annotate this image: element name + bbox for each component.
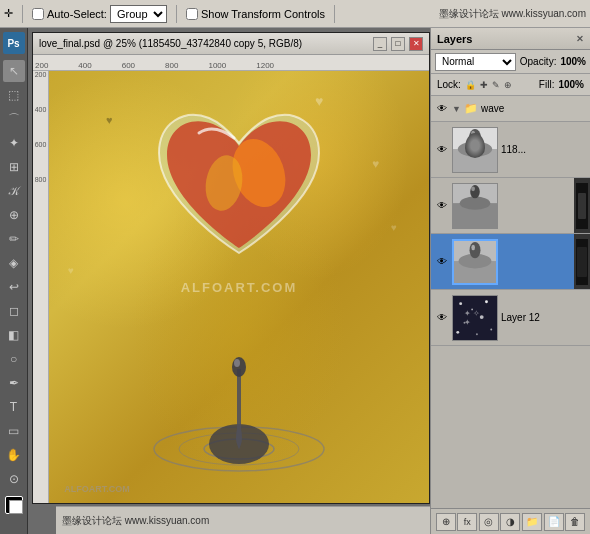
layer4-thumb (452, 295, 498, 341)
brush-tool[interactable]: ✏ (3, 228, 25, 250)
layer-item-1[interactable]: 👁 118... (431, 122, 590, 178)
selection-tool[interactable]: ⬚ (3, 84, 25, 106)
layer1-eye[interactable]: 👁 (435, 143, 449, 157)
svg-rect-19 (578, 193, 586, 219)
history-brush[interactable]: ↩ (3, 276, 25, 298)
healing-tool[interactable]: ⊕ (3, 204, 25, 226)
minimize-button[interactable]: _ (373, 37, 387, 51)
hand-tool[interactable]: ✋ (3, 444, 25, 466)
lock-icon[interactable]: 🔒 (465, 80, 476, 90)
bottom-bar-text: 墨缘设计论坛 www.kissyuan.com (62, 514, 209, 528)
svg-point-24 (471, 244, 475, 249)
ruler-tick-1000: 1000 (208, 61, 226, 70)
opacity-label: Opacity: (520, 56, 557, 67)
ruler-tick-800: 800 (165, 61, 178, 70)
move-tool[interactable]: ↖ (3, 60, 25, 82)
separator-2 (176, 5, 177, 23)
mask-button[interactable]: ◎ (479, 513, 499, 531)
group-arrow-icon[interactable]: ▼ (452, 104, 461, 114)
canvas-titlebar: love_final.psd @ 25% (1185450_43742840 c… (33, 33, 429, 55)
maximize-button[interactable]: □ (391, 37, 405, 51)
ruler-tick-200: 200 (35, 61, 48, 70)
svg-point-35 (476, 333, 478, 335)
layers-panel-title: Layers (437, 33, 472, 45)
shape-tool[interactable]: ▭ (3, 420, 25, 442)
blend-mode-select[interactable]: Normal (435, 53, 516, 71)
auto-select-checkbox[interactable] (32, 8, 44, 20)
layer3-right-mask (574, 234, 590, 289)
delete-layer-button[interactable]: 🗑 (565, 513, 585, 531)
svg-point-33 (490, 328, 492, 330)
svg-point-17 (471, 186, 475, 191)
new-group-button[interactable]: 📁 (522, 513, 542, 531)
foreground-color[interactable] (5, 496, 23, 514)
ruler-tick-1200: 1200 (256, 61, 274, 70)
svg-point-10 (458, 141, 492, 156)
separator-3 (334, 5, 335, 23)
show-transform-group: Show Transform Controls (186, 8, 325, 20)
panel-bottom-buttons: ⊕ fx ◎ ◑ 📁 📄 🗑 (431, 508, 590, 534)
layer-item-3[interactable]: 👁 (431, 234, 590, 290)
crop-tool[interactable]: ⊞ (3, 156, 25, 178)
blend-mode-row: Normal Opacity: 100% (431, 50, 590, 74)
zoom-tool[interactable]: ⊙ (3, 468, 25, 490)
position-lock-icon[interactable]: ⊕ (504, 80, 512, 90)
fx-button[interactable]: fx (457, 513, 477, 531)
layer2-thumb (452, 183, 498, 229)
group-select[interactable]: Group (110, 5, 167, 23)
canvas-area: love_final.psd @ 25% (1185450_43742840 c… (28, 28, 430, 534)
ruler-tick-v-800: 800 (35, 176, 47, 183)
move-lock-icon[interactable]: ✚ (480, 80, 488, 90)
show-transform-checkbox[interactable] (186, 8, 198, 20)
layer3-eye[interactable]: 👁 (435, 255, 449, 269)
layer-group-wave[interactable]: 👁 ▼ 📁 wave (431, 96, 590, 122)
bottom-status-bar: 墨缘设计论坛 www.kissyuan.com (56, 506, 430, 534)
pen-tool[interactable]: ✒ (3, 372, 25, 394)
gradient-tool[interactable]: ◧ (3, 324, 25, 346)
ruler-vertical: 200 400 600 800 (33, 71, 49, 503)
layer2-eye[interactable]: 👁 (435, 199, 449, 213)
toolbar-watermark: 墨缘设计论坛 www.kissyuan.com (439, 7, 586, 21)
layer-item-2[interactable]: 👁 (431, 178, 590, 234)
group-name: wave (481, 103, 504, 114)
ps-logo: Ps (3, 32, 25, 54)
separator-1 (22, 5, 23, 23)
lock-label: Lock: (437, 79, 461, 90)
type-tool[interactable]: T (3, 396, 25, 418)
link-layers-button[interactable]: ⊕ (436, 513, 456, 531)
panel-close-button[interactable]: ✕ (576, 34, 584, 44)
group-eye-icon[interactable]: 👁 (435, 102, 449, 116)
move-tool-indicator: ✛ (4, 7, 13, 20)
lasso-tool[interactable]: ⌒ (3, 108, 25, 130)
dodge-tool[interactable]: ○ (3, 348, 25, 370)
paint-lock-icon[interactable]: ✎ (492, 80, 500, 90)
adjustment-button[interactable]: ◑ (500, 513, 520, 531)
svg-point-12 (471, 130, 475, 136)
svg-rect-26 (577, 247, 587, 277)
left-toolbar: Ps ↖ ⬚ ⌒ ✦ ⊞ 𝒦 ⊕ ✏ ◈ ↩ ◻ ◧ ○ ✒ T ▭ ✋ ⊙ (0, 28, 28, 534)
canvas-content: ♥ ♥ ♥ ♥ ♥ (49, 71, 429, 503)
svg-point-23 (470, 241, 481, 257)
layer4-eye[interactable]: 👁 (435, 311, 449, 325)
svg-rect-9 (453, 149, 497, 172)
layer-item-4[interactable]: 👁 Layer 12 (431, 290, 590, 346)
ruler-tick-v-400: 400 (35, 106, 47, 113)
eraser-tool[interactable]: ◻ (3, 300, 25, 322)
lock-row: Lock: 🔒 ✚ ✎ ⊕ Fill: 100% (431, 74, 590, 96)
auto-select-group: Auto-Select: Group (32, 5, 167, 23)
layer1-name: 118... (501, 144, 586, 155)
ruler-tick-600: 600 (122, 61, 135, 70)
ruler-horizontal: 200 400 600 800 1000 1200 (33, 55, 429, 71)
new-layer-button[interactable]: 📄 (544, 513, 564, 531)
clone-tool[interactable]: ◈ (3, 252, 25, 274)
svg-rect-27 (453, 296, 497, 340)
eyedropper-tool[interactable]: 𝒦 (3, 180, 25, 202)
ruler-tick-v-200: 200 (35, 71, 47, 78)
canvas-title: love_final.psd @ 25% (1185450_43742840 c… (39, 38, 369, 49)
svg-point-7 (234, 359, 240, 367)
close-button[interactable]: ✕ (409, 37, 423, 51)
heart-image (139, 93, 339, 293)
layer3-thumb (452, 239, 498, 285)
ruler-tick-v-600: 600 (35, 141, 47, 148)
magic-wand-tool[interactable]: ✦ (3, 132, 25, 154)
